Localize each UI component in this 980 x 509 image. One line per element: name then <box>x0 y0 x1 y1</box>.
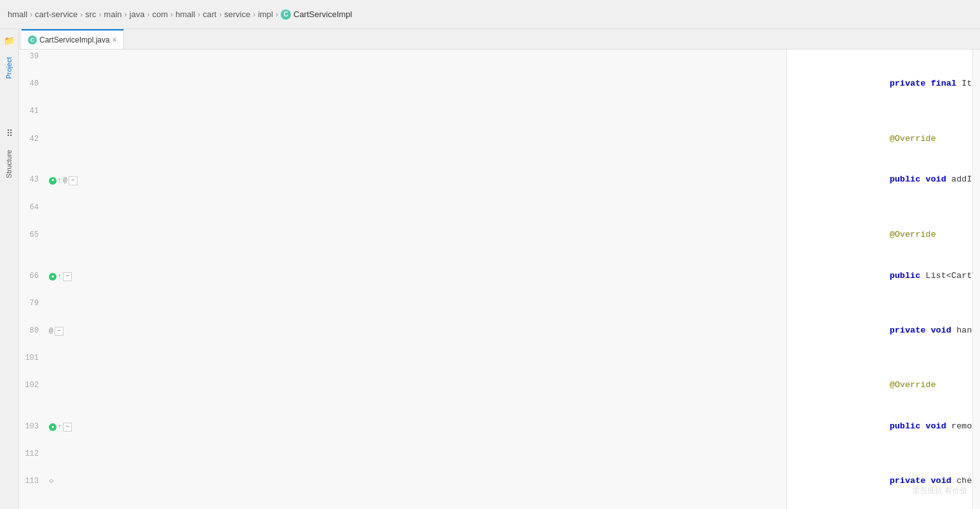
breadcrumb-sep-5: › <box>147 10 150 19</box>
tab-close-button[interactable]: × <box>112 36 117 44</box>
tab-filename: CartServiceImpl.java <box>39 36 110 44</box>
breadcrumb-sep-10: › <box>276 10 278 19</box>
breadcrumb-item-hmall2[interactable]: hmall <box>175 10 195 19</box>
file-tab[interactable]: C CartServiceImpl.java × <box>22 29 124 49</box>
class-icon: C <box>281 10 291 20</box>
gutter-marker-green-103: ● <box>49 423 57 431</box>
breadcrumb-item-impl[interactable]: impl <box>258 10 273 19</box>
editor-content[interactable]: 39 40 private final ItemClient itemClien… <box>19 50 972 509</box>
code-line-40: 40 private final ItemClient itemClient; <box>19 63 972 105</box>
sidebar-icon-grid[interactable]: ⠿ <box>3 127 16 140</box>
code-line-102: 102 @Override <box>19 365 972 406</box>
gutter-fold-103[interactable]: − <box>63 423 72 432</box>
sidebar-tab-structure[interactable]: Structure <box>3 145 17 183</box>
breadcrumb-item-service[interactable]: service <box>224 10 250 19</box>
gutter-marker-green-66: ● <box>49 273 57 281</box>
breadcrumb-last: C CartServiceImpl <box>281 10 352 20</box>
tab-class-icon: C <box>28 36 37 44</box>
code-line-80: 80 @ − private void handleCartItems(List… <box>19 310 972 351</box>
breadcrumb-item-src[interactable]: src <box>85 10 96 19</box>
breadcrumb-sep-8: › <box>219 10 222 19</box>
sidebar-tab-project[interactable]: Project <box>3 52 17 84</box>
breadcrumb-item-java[interactable]: java <box>130 10 145 19</box>
code-container: 39 40 private final ItemClient itemClien… <box>19 50 972 509</box>
breadcrumb-sep-1: › <box>30 10 32 19</box>
gutter-fold-66[interactable]: − <box>63 272 72 281</box>
gutter-fold-80[interactable]: − <box>55 327 64 336</box>
breadcrumb-classname: CartServiceImpl <box>293 10 352 19</box>
editor-area: 39 40 private final ItemClient itemClien… <box>19 50 980 509</box>
code-line-41: 41 <box>19 104 972 118</box>
code-line-113: 113 ◇ private void checkCartsFull(Long u… <box>19 461 972 502</box>
breadcrumb-sep-2: › <box>80 10 83 19</box>
breadcrumb-item-hmall[interactable]: hmall <box>8 10 27 19</box>
breadcrumb-item-main[interactable]: main <box>104 10 122 19</box>
tab-bar: C CartServiceImpl.java × <box>19 29 980 50</box>
gutter-at-43: @ <box>63 175 67 187</box>
code-line-79: 79 <box>19 296 972 310</box>
main-layout: 📁 Project ⠿ Structure C CartServiceImpl.… <box>0 29 980 509</box>
gutter-at-80: @ <box>49 326 53 337</box>
code-line-65: 65 @Override <box>19 214 972 255</box>
code-line-66: 66 ● ↑ − public List<CartVO> queryMyCart… <box>19 255 972 296</box>
gutter-arrow-66: ↑ <box>58 272 62 282</box>
gutter-diamond-113: ◇ <box>49 475 53 487</box>
left-sidebar: 📁 Project ⠿ Structure <box>0 29 19 509</box>
breadcrumb-item-com[interactable]: com <box>152 10 168 19</box>
editor-wrapper: C CartServiceImpl.java × 39 <box>19 29 980 509</box>
code-line-112: 112 <box>19 447 972 461</box>
breadcrumb-item-cart[interactable]: cart <box>203 10 217 19</box>
gutter-arrow-43: ↑ <box>58 176 62 186</box>
gutter-arrow-103: ↑ <box>58 422 62 432</box>
code-line-114: 114 int count = lambdaQuery().eq(Cart::g… <box>19 502 972 509</box>
breadcrumb-sep-7: › <box>198 10 200 19</box>
right-gutter <box>972 50 980 509</box>
code-line-42: 42 @Override <box>19 118 972 159</box>
gutter-fold-43[interactable]: − <box>69 176 77 185</box>
code-line-43: 43 ● ↑ @ − public void addItem2Cart(Cart… <box>19 159 972 201</box>
breadcrumb-item-cart-service[interactable]: cart-service <box>35 10 77 19</box>
breadcrumb-bar: hmall › cart-service › src › main › java… <box>0 0 980 29</box>
breadcrumb-sep-4: › <box>124 10 127 19</box>
breadcrumb-sep-3: › <box>99 10 102 19</box>
code-line-101: 101 <box>19 351 972 365</box>
breadcrumb-sep-9: › <box>253 10 255 19</box>
code-line-103: 103 ● ↑ − public void removeByItemIds(Co… <box>19 406 972 447</box>
gutter-marker-green-43: ● <box>49 177 57 185</box>
code-line-39: 39 <box>19 50 972 63</box>
sidebar-icon-folder[interactable]: 📁 <box>3 34 16 47</box>
code-line-64: 64 <box>19 201 972 215</box>
breadcrumb-sep-6: › <box>170 10 173 19</box>
